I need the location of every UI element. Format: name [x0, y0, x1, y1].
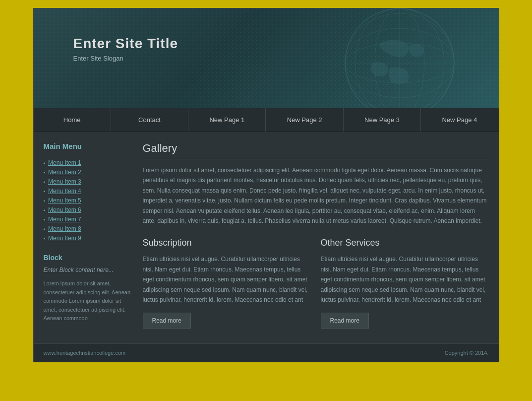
footer-copyright: Copyright © 2014.	[445, 350, 489, 356]
main-nav: Home Contact New Page 1 New Page 2 New P…	[34, 108, 499, 132]
globe-icon	[330, 8, 469, 108]
menu-item-5[interactable]: Menu Item 5	[44, 197, 133, 204]
other-services-section: Other Services Etiam ultricies nisi vel …	[321, 238, 489, 329]
menu-item-9[interactable]: Menu Item 9	[44, 235, 133, 242]
menu-item-1[interactable]: Menu Item 1	[44, 159, 133, 166]
menu-item-4[interactable]: Menu Item 4	[44, 188, 133, 195]
content-area: Main Menu Menu Item 1 Menu Item 2 Menu I…	[34, 132, 499, 343]
sidebar: Main Menu Menu Item 1 Menu Item 2 Menu I…	[44, 142, 133, 329]
other-services-title: Other Services	[321, 238, 489, 248]
main-menu-title: Main Menu	[44, 142, 133, 152]
subscription-title: Subscription	[143, 238, 311, 248]
nav-item-page4[interactable]: New Page 4	[421, 108, 498, 132]
gallery-text: Lorem ipsum dolor sit amet, consectetuer…	[143, 165, 489, 226]
menu-item-6[interactable]: Menu Item 6	[44, 206, 133, 213]
other-services-text: Etiam ultricies nisi vel augue. Curabitu…	[321, 254, 489, 305]
menu-list: Menu Item 1 Menu Item 2 Menu Item 3 Menu…	[44, 159, 133, 242]
subscription-text: Etiam ultricies nisi vel augue. Curabitu…	[143, 254, 311, 305]
menu-item-8[interactable]: Menu Item 8	[44, 225, 133, 232]
nav-item-page3[interactable]: New Page 3	[344, 108, 421, 132]
block-lorem-text: Lorem ipsum dolor sit amet, consectetuer…	[44, 279, 133, 323]
site-footer: www.heritagechristiancollege.com Copyrig…	[34, 343, 499, 362]
subscription-section: Subscription Etiam ultricies nisi vel au…	[143, 238, 311, 329]
nav-item-contact[interactable]: Contact	[111, 108, 188, 132]
block-content-text: Enter Block content here...	[44, 267, 133, 273]
gallery-divider	[143, 159, 489, 159]
header-text: Enter Site Title Enter Site Slogan	[73, 36, 178, 62]
menu-item-3[interactable]: Menu Item 3	[44, 178, 133, 185]
two-column-section: Subscription Etiam ultricies nisi vel au…	[143, 238, 489, 329]
main-content: Gallery Lorem ipsum dolor sit amet, cons…	[143, 142, 489, 329]
nav-item-page1[interactable]: New Page 1	[188, 108, 266, 132]
block-title: Block	[44, 254, 133, 262]
other-services-read-more-button[interactable]: Read more	[321, 313, 369, 329]
site-title: Enter Site Title	[73, 36, 178, 52]
subscription-read-more-button[interactable]: Read more	[143, 313, 191, 329]
footer-url: www.heritagechristiancollege.com	[44, 350, 126, 356]
menu-item-7[interactable]: Menu Item 7	[44, 216, 133, 223]
nav-item-home[interactable]: Home	[34, 108, 111, 132]
menu-item-2[interactable]: Menu Item 2	[44, 169, 133, 176]
site-header: Enter Site Title Enter Site Slogan	[34, 8, 499, 108]
site-slogan: Enter Site Slogan	[73, 55, 178, 62]
nav-item-page2[interactable]: New Page 2	[266, 108, 343, 132]
gallery-section: Gallery Lorem ipsum dolor sit amet, cons…	[143, 142, 489, 226]
gallery-title: Gallery	[143, 142, 489, 155]
